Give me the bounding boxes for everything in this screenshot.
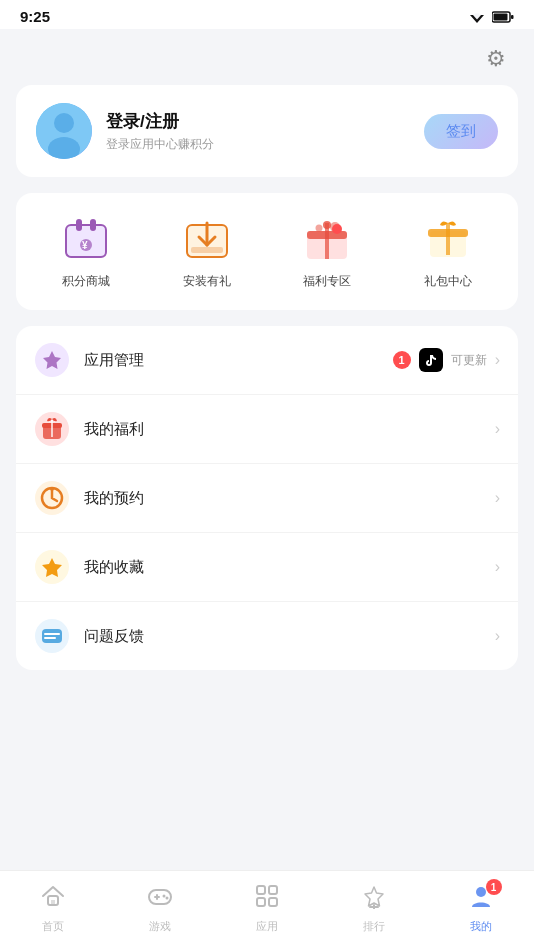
- svg-rect-50: [257, 898, 265, 906]
- welfare-icon: [301, 213, 353, 265]
- chevron-icon-feedback: ›: [495, 627, 500, 645]
- mine-icon: 1: [468, 883, 494, 915]
- favorites-right: ›: [495, 558, 500, 576]
- rank-label: 排行: [363, 919, 385, 934]
- reservation-label: 我的预约: [84, 489, 495, 508]
- profile-info: 登录/注册 登录应用中心赚积分: [106, 110, 214, 153]
- welfare-label: 福利专区: [303, 273, 351, 290]
- menu-item-reservation[interactable]: 我的预约 ›: [16, 464, 518, 533]
- app-manage-badge: 1: [393, 351, 411, 369]
- svg-point-46: [163, 895, 166, 898]
- svg-point-21: [316, 225, 323, 232]
- menu-item-app-manage[interactable]: 应用管理 1 可更新 ›: [16, 326, 518, 395]
- menu-item-favorites[interactable]: 我的收藏 ›: [16, 533, 518, 602]
- feedback-icon: [34, 618, 70, 654]
- rank-icon: [361, 883, 387, 915]
- chevron-icon-app-manage: ›: [495, 351, 500, 369]
- menu-section: 应用管理 1 可更新 ›: [16, 326, 518, 670]
- mine-label: 我的: [470, 919, 492, 934]
- gift-pack-label: 礼包中心: [424, 273, 472, 290]
- welfare-menu-icon: [34, 411, 70, 447]
- welfare-menu-label: 我的福利: [84, 420, 495, 439]
- action-item-gift-pack[interactable]: 礼包中心: [422, 213, 474, 290]
- svg-rect-31: [51, 419, 53, 437]
- feedback-label: 问题反馈: [84, 627, 495, 646]
- game-label: 游戏: [149, 919, 171, 934]
- menu-item-feedback[interactable]: 问题反馈 ›: [16, 602, 518, 670]
- app-manage-icon: [34, 342, 70, 378]
- quick-actions: ¥ 积分商城 安装有礼: [16, 193, 518, 310]
- tiktok-icon: [419, 348, 443, 372]
- app-label: 应用: [256, 919, 278, 934]
- settings-button[interactable]: ⚙: [478, 41, 514, 77]
- install-gift-label: 安装有礼: [183, 273, 231, 290]
- battery-icon: [492, 11, 514, 23]
- status-icons: [468, 10, 514, 24]
- svg-text:¥: ¥: [82, 240, 88, 251]
- favorites-icon: [34, 549, 70, 585]
- update-text: 可更新: [451, 352, 487, 369]
- svg-rect-4: [494, 13, 508, 20]
- svg-rect-10: [76, 219, 82, 231]
- action-item-points-mall[interactable]: ¥ 积分商城: [60, 213, 112, 290]
- avatar-svg: [36, 103, 92, 159]
- mine-badge: 1: [486, 879, 502, 895]
- main-content: ⚙ 登录/注册 登录应用中心赚积分 签到: [0, 29, 534, 889]
- points-mall-label: 积分商城: [62, 273, 110, 290]
- app-manage-label: 应用管理: [84, 351, 393, 370]
- profile-left: 登录/注册 登录应用中心赚积分: [36, 103, 214, 159]
- svg-rect-5: [511, 15, 514, 19]
- svg-point-22: [332, 224, 342, 234]
- profile-card: 登录/注册 登录应用中心赚积分 签到: [16, 85, 518, 177]
- action-item-install-gift[interactable]: 安装有礼: [181, 213, 233, 290]
- svg-rect-42: [51, 900, 55, 905]
- nav-item-game[interactable]: 游戏: [107, 879, 214, 934]
- reservation-icon: [34, 480, 70, 516]
- install-gift-icon: [181, 213, 233, 265]
- home-label: 首页: [42, 919, 64, 934]
- svg-rect-48: [257, 886, 265, 894]
- status-bar: 9:25: [0, 0, 534, 29]
- app-manage-right: 1 可更新 ›: [393, 348, 500, 372]
- svg-point-54: [476, 887, 486, 897]
- nav-item-rank[interactable]: 排行: [320, 879, 427, 934]
- reservation-right: ›: [495, 489, 500, 507]
- nav-item-app[interactable]: 应用: [214, 879, 321, 934]
- menu-item-welfare[interactable]: 我的福利 ›: [16, 395, 518, 464]
- nav-item-mine[interactable]: 1 我的: [427, 879, 534, 934]
- feedback-right: ›: [495, 627, 500, 645]
- settings-row: ⚙: [0, 29, 534, 85]
- profile-subtitle: 登录应用中心赚积分: [106, 136, 214, 153]
- bottom-nav: 首页 游戏 应用: [0, 870, 534, 950]
- svg-point-7: [54, 113, 74, 133]
- welfare-menu-right: ›: [495, 420, 500, 438]
- chevron-icon-favorites: ›: [495, 558, 500, 576]
- profile-title: 登录/注册: [106, 110, 214, 133]
- svg-rect-49: [269, 886, 277, 894]
- signin-button[interactable]: 签到: [424, 114, 498, 149]
- svg-rect-15: [191, 247, 223, 253]
- svg-rect-11: [90, 219, 96, 231]
- game-icon: [147, 883, 173, 915]
- action-item-welfare[interactable]: 福利专区: [301, 213, 353, 290]
- svg-rect-25: [446, 223, 450, 255]
- home-icon: [40, 883, 66, 915]
- avatar: [36, 103, 92, 159]
- app-icon: [254, 883, 280, 915]
- wifi-icon: [468, 10, 486, 24]
- svg-point-20: [323, 221, 331, 229]
- status-time: 9:25: [20, 8, 50, 25]
- nav-item-home[interactable]: 首页: [0, 879, 107, 934]
- gift-pack-icon: [422, 213, 474, 265]
- svg-rect-51: [269, 898, 277, 906]
- svg-point-47: [166, 897, 169, 900]
- points-mall-icon: ¥: [60, 213, 112, 265]
- svg-rect-38: [42, 629, 62, 643]
- svg-point-34: [50, 487, 54, 491]
- chevron-icon-welfare: ›: [495, 420, 500, 438]
- favorites-label: 我的收藏: [84, 558, 495, 577]
- chevron-icon-reservation: ›: [495, 489, 500, 507]
